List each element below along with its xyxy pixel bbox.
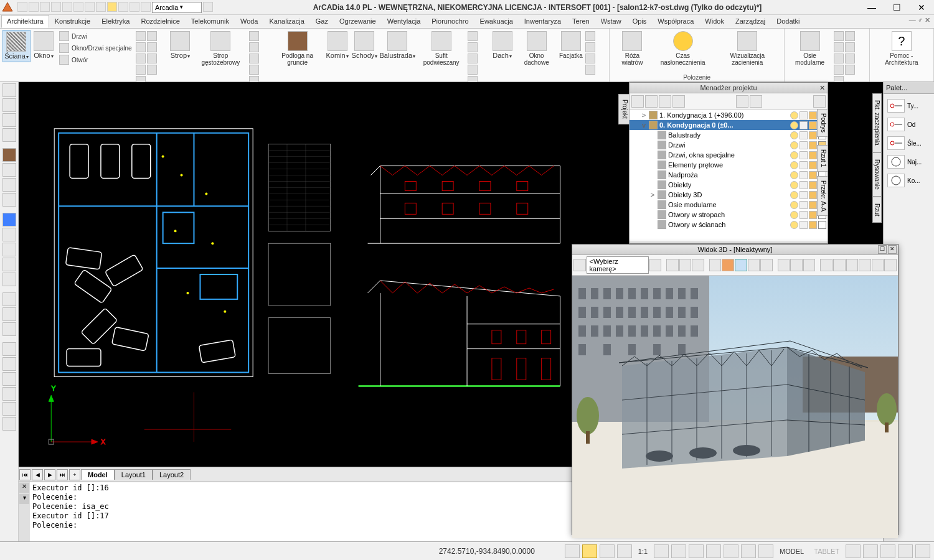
tool-button[interactable] [2,193,16,207]
ribbon-tab[interactable]: Współpraca [652,15,699,28]
tree-expander[interactable]: v [641,121,647,129]
tool-icon[interactable] [136,31,146,41]
tree-row[interactable]: Drzwi, okna specjalne [630,150,828,160]
qat-btn[interactable] [130,2,139,12]
pm-toolbar-btn[interactable] [736,95,748,108]
ribbon-tab[interactable]: Gaz [310,15,334,28]
ribbon-tab[interactable]: Opis [627,15,653,28]
opening-button[interactable]: Otwór [58,54,133,65]
lock-icon[interactable] [800,121,808,129]
tool-icon[interactable] [249,42,259,52]
bulb-icon[interactable] [790,161,798,169]
tree-row[interactable]: Osie modularne [630,200,828,210]
ribbon-tab[interactable]: Inwentaryza [519,15,567,28]
tree-expander[interactable]: > [641,111,647,119]
close-button[interactable]: ✕ [909,0,934,15]
model-tab[interactable]: Model [81,469,115,480]
tool-icon[interactable] [147,65,157,75]
tool-button[interactable] [2,417,16,431]
tree-row[interactable]: Balustrady [630,130,828,140]
lock-icon[interactable] [800,161,808,169]
view3d-btn[interactable] [722,259,734,271]
bulb-icon[interactable] [790,141,798,149]
view3d-canvas[interactable] [572,276,898,538]
palette-item[interactable]: Od [886,115,932,134]
print-icon[interactable] [809,111,817,119]
bulb-icon[interactable] [790,181,798,189]
tree-row[interactable]: >1. Kondygnacja 1 (+396.00) [630,110,828,120]
ribbon-tab[interactable]: Piorunochro [426,15,474,28]
view3d-btn[interactable] [859,259,871,271]
tool-icon[interactable] [147,31,157,41]
ribbon-tab[interactable]: Wstaw [595,15,627,28]
palette-sidetab[interactable]: Rysowanie [872,152,882,197]
tool-button[interactable] [2,113,16,127]
tool-icon[interactable] [249,54,259,63]
tab-last[interactable]: ⏭ [57,469,68,480]
lock-icon[interactable] [800,221,808,229]
bulb-icon[interactable] [790,221,798,229]
palette-item[interactable]: Śle... [886,134,932,152]
panel-header[interactable]: Menadżer projektu✕ [630,83,828,93]
bulb-icon[interactable] [790,191,798,199]
status-btn[interactable] [880,544,895,558]
tool-icon[interactable] [147,42,157,52]
status-btn[interactable] [758,544,773,558]
print-icon[interactable] [809,151,817,159]
ribbon-tab[interactable]: Woda [235,15,264,28]
tool-icon[interactable] [468,54,478,63]
status-btn[interactable] [654,544,669,558]
tool-icon[interactable] [834,54,844,63]
tree-row[interactable]: >Obiekty 3D [630,190,828,200]
view3d-btn[interactable] [833,259,846,271]
pm-sidetab[interactable]: Rzut 1 [817,145,828,172]
tree-expander[interactable]: > [649,191,656,198]
status-btn[interactable] [582,544,597,558]
ribbon-tab[interactable]: Architektura [1,15,49,28]
project-tree[interactable]: >1. Kondygnacja 1 (+396.00)v0. Kondygnac… [630,110,828,241]
print-icon[interactable] [809,181,817,189]
tab-first[interactable]: ⏮ [19,469,31,480]
qat-btn[interactable] [85,2,95,12]
tool-button[interactable] [2,387,16,401]
qat-btn[interactable] [96,2,106,12]
view3d-header[interactable]: Widok 3D - [Nieaktywny] ☐✕ [572,245,898,255]
bulb-icon[interactable] [790,111,798,119]
view3d-close[interactable]: ✕ [888,245,897,254]
palette-sidetab[interactable]: Pkt. zaczepienia [872,93,882,152]
bulb-icon[interactable] [790,131,798,139]
qat-btn[interactable] [141,2,151,12]
tree-row[interactable]: Otwory w stropach [630,210,828,220]
tree-row[interactable]: Nadproża [630,170,828,180]
tool-icon[interactable] [585,42,595,52]
view3d-btn[interactable] [573,259,586,271]
view3d-btn[interactable] [884,259,897,271]
tool-button[interactable] [2,213,16,226]
qat-btn[interactable] [51,2,61,12]
tool-icon[interactable] [136,42,146,52]
pm-sidetab[interactable]: Podrys [817,109,828,137]
pm-toolbar-btn[interactable] [645,95,658,108]
tree-row[interactable]: Drzwi [630,140,828,150]
ribbon-tab[interactable]: Ewakuacja [474,15,519,28]
ribbon-tab[interactable]: Widok [699,15,730,28]
lock-icon[interactable] [800,151,808,159]
pm-toolbar-btn[interactable] [750,95,762,108]
print-icon[interactable] [809,121,817,129]
chimney-button[interactable]: Komin▾ [324,30,351,61]
view3d-btn[interactable] [709,259,722,271]
tool-button[interactable] [2,322,16,336]
door-button[interactable]: Drzwi [58,30,133,42]
lock-icon[interactable] [800,111,808,119]
cmd-toggle[interactable]: ▾ [19,494,29,504]
print-icon[interactable] [809,211,817,219]
lock-icon[interactable] [800,131,808,139]
view3d-btn[interactable] [748,259,760,271]
model-space-toggle[interactable]: MODEL [776,548,808,555]
ribbon-tab[interactable]: Kanalizacja [264,15,310,28]
qat-btn[interactable] [62,2,72,12]
status-btn[interactable] [600,544,615,558]
tool-button[interactable] [2,148,16,162]
ceiling-button[interactable]: Sufit podwieszany [416,30,466,67]
wind-rose-button[interactable]: Róża wiatrów [612,30,652,67]
